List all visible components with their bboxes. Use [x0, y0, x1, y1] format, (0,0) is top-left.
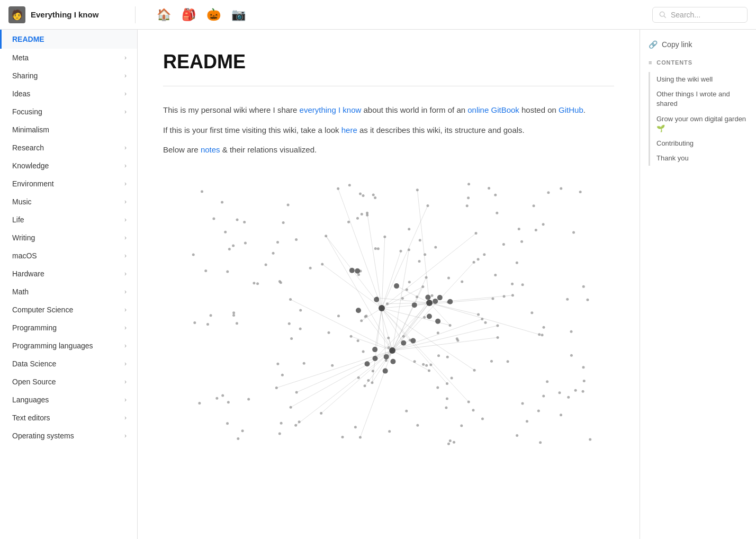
search-icon: [659, 11, 667, 19]
link-online-gitbook[interactable]: online GitBook: [467, 105, 519, 114]
sidebar-item-knowledge[interactable]: Knowledge›: [0, 157, 137, 175]
contents-lines-icon: ≡: [649, 59, 652, 66]
sidebar-item-label: Music: [12, 197, 32, 206]
home-icon[interactable]: 🏠: [157, 8, 171, 22]
sidebar-item-operating-systems[interactable]: Operating systems›: [0, 427, 137, 445]
chevron-right-icon: ›: [124, 324, 127, 331]
link-notes[interactable]: notes: [201, 145, 220, 154]
sidebar-item-label: Research: [12, 143, 44, 152]
chevron-right-icon: ›: [124, 162, 127, 169]
sidebar-item-focusing[interactable]: Focusing›: [0, 103, 137, 121]
chevron-right-icon: ›: [124, 342, 127, 349]
chevron-right-icon: ›: [124, 270, 127, 277]
graph-visualization: [163, 167, 614, 459]
sidebar-item-text-editors[interactable]: Text editors›: [0, 409, 137, 427]
chevron-right-icon: ›: [124, 198, 127, 205]
chevron-right-icon: ›: [124, 144, 127, 151]
sidebar-item-writing[interactable]: Writing›: [0, 229, 137, 247]
sidebar-item-data-science[interactable]: Data Science›: [0, 355, 137, 373]
contents-item[interactable]: Thank you: [656, 151, 748, 166]
sidebar-item-label: Programming: [12, 324, 57, 332]
graph-canvas: [163, 167, 614, 459]
sidebar-item-languages[interactable]: Languages›: [0, 391, 137, 409]
chevron-right-icon: ›: [124, 414, 127, 421]
sidebar-item-research[interactable]: Research›: [0, 139, 137, 157]
backpack-icon[interactable]: 🎒: [182, 8, 196, 22]
sidebar-item-label: Math: [12, 288, 29, 296]
sidebar-item-label: Operating systems: [12, 432, 74, 440]
site-title: Everything I know: [31, 10, 98, 19]
sidebar-item-ideas[interactable]: Ideas›: [0, 85, 137, 103]
contents-item[interactable]: Grow your own digital garden 🌱: [656, 112, 748, 136]
link-here[interactable]: here: [341, 125, 357, 134]
sidebar-item-computer-science[interactable]: Computer Science›: [0, 301, 137, 319]
link-icon: 🔗: [649, 40, 658, 49]
face-icon[interactable]: 🎃: [206, 8, 221, 22]
avatar: 🧑: [8, 6, 25, 23]
sidebar-item-label: Open Source: [12, 378, 56, 386]
chevron-right-icon: ›: [124, 180, 127, 187]
search-bar[interactable]: Search...: [652, 7, 748, 23]
contents-item[interactable]: Contributing: [656, 136, 748, 151]
link-everything-i-know[interactable]: everything I know: [300, 105, 362, 114]
link-github[interactable]: GitHub: [559, 105, 583, 114]
sidebar-item-label: Writing: [12, 233, 35, 242]
chevron-right-icon: ›: [124, 360, 127, 367]
sidebar-item-programming-languages[interactable]: Programming languages›: [0, 337, 137, 355]
svg-line-1: [664, 16, 665, 17]
sidebar-item-macos[interactable]: macOS›: [0, 247, 137, 265]
sidebar-item-label: Computer Science: [12, 306, 73, 314]
content-area: README This is my personal wiki where I …: [138, 30, 640, 539]
sidebar-item-label: Ideas: [12, 89, 30, 98]
right-panel: 🔗 Copy link ≡ CONTENTS Using the wiki we…: [640, 30, 756, 539]
sidebar-item-minimalism[interactable]: Minimalism: [0, 121, 137, 139]
chevron-right-icon: ›: [124, 234, 127, 241]
sidebar-item-life[interactable]: Life›: [0, 211, 137, 229]
chevron-right-icon: ›: [124, 72, 127, 79]
main-layout: README Meta›Sharing›Ideas›Focusing›Minim…: [0, 30, 756, 539]
sidebar-item-open-source[interactable]: Open Source›: [0, 373, 137, 391]
sidebar-item-label: Languages: [12, 396, 49, 404]
nav-icons: 🏠 🎒 🎃 📷: [144, 8, 644, 22]
logo-section: 🧑 Everything I know: [8, 6, 136, 23]
sidebar-item-programming[interactable]: Programming›: [0, 319, 137, 337]
sidebar-item-hardware[interactable]: Hardware›: [0, 265, 137, 283]
sidebar-item-label: Environment: [12, 179, 54, 188]
paragraph-2: If this is your first time visiting this…: [163, 123, 614, 137]
chevron-right-icon: ›: [124, 90, 127, 97]
sidebar-item-label: macOS: [12, 251, 37, 260]
sidebar-item-label: Programming languages: [12, 342, 93, 350]
chevron-right-icon: ›: [124, 378, 127, 385]
chevron-right-icon: ›: [124, 288, 127, 295]
sidebar-item-music[interactable]: Music›: [0, 193, 137, 211]
sidebar-item-label: Data Science: [12, 360, 56, 368]
sidebar-item-sharing[interactable]: Sharing›: [0, 67, 137, 85]
sidebar-item-math[interactable]: Math›: [0, 283, 137, 301]
contents-item[interactable]: Using the wiki well: [656, 72, 748, 87]
contents-item[interactable]: Other things I wrote and shared: [656, 87, 748, 111]
search-placeholder: Search...: [671, 11, 700, 19]
sidebar: README Meta›Sharing›Ideas›Focusing›Minim…: [0, 30, 138, 539]
sidebar-item-label: Text editors: [12, 414, 50, 422]
contents-list: Using the wiki wellOther things I wrote …: [649, 72, 748, 166]
sidebar-item-label: Minimalism: [12, 125, 49, 134]
contents-header: ≡ CONTENTS: [649, 59, 748, 66]
copy-link-button[interactable]: 🔗 Copy link: [649, 40, 748, 49]
sidebar-item-environment[interactable]: Environment›: [0, 175, 137, 193]
camera-icon[interactable]: 📷: [231, 8, 246, 22]
sidebar-item-label: Hardware: [12, 270, 44, 278]
chevron-right-icon: ›: [124, 54, 127, 61]
topbar: 🧑 Everything I know 🏠 🎒 🎃 📷 Search...: [0, 0, 756, 30]
sidebar-item-label: Sharing: [12, 71, 38, 80]
sidebar-item-label: Life: [12, 215, 24, 224]
chevron-right-icon: ›: [124, 396, 127, 403]
sidebar-item-meta[interactable]: Meta›: [0, 49, 137, 67]
paragraph-3: Below are notes & their relations visual…: [163, 143, 614, 157]
sidebar-item-readme[interactable]: README: [0, 30, 137, 49]
sidebar-item-label: Focusing: [12, 107, 42, 116]
chevron-right-icon: ›: [124, 432, 127, 439]
chevron-right-icon: ›: [124, 306, 127, 313]
chevron-right-icon: ›: [124, 108, 127, 115]
paragraph-1: This is my personal wiki where I share e…: [163, 103, 614, 117]
page-title: README: [163, 51, 614, 86]
